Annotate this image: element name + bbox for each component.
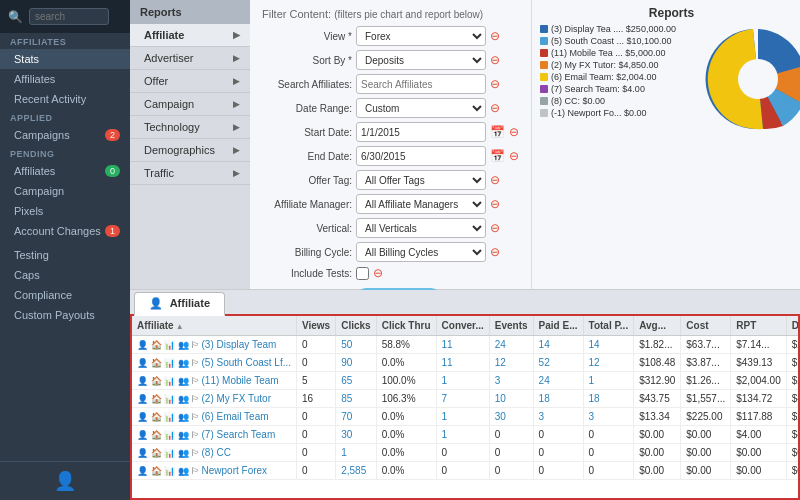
sidebar-item-affiliates[interactable]: Affiliates [0, 69, 130, 89]
reports-nav-item-advertiser[interactable]: Advertiser▶ [130, 47, 250, 70]
cell-clicks: 70 [336, 408, 376, 426]
total_p-link[interactable]: 1 [589, 375, 595, 386]
conversions-link[interactable]: 11 [442, 339, 453, 350]
paid_events-link[interactable]: 3 [539, 411, 545, 422]
search-input[interactable] [29, 8, 109, 25]
clicks-link[interactable]: 70 [341, 411, 352, 422]
clear-vertical-icon[interactable]: ⊖ [490, 221, 500, 235]
col-header-avg[interactable]: Avg... [634, 316, 681, 336]
sidebar-item-caps[interactable]: Caps [0, 265, 130, 285]
total_p-link[interactable]: 3 [589, 411, 595, 422]
tab-affiliate[interactable]: 👤 Affiliate [134, 292, 225, 316]
clicks-link[interactable]: 1 [341, 447, 347, 458]
clicks-link[interactable]: 90 [341, 357, 352, 368]
clicks-link[interactable]: 65 [341, 375, 352, 386]
col-header-click-thru[interactable]: Click Thru [376, 316, 436, 336]
include-tests-checkbox[interactable] [356, 267, 369, 280]
calendar-start-icon[interactable]: 📅 [490, 125, 505, 139]
events-link[interactable]: 3 [495, 375, 501, 386]
clicks-link[interactable]: 85 [341, 393, 352, 404]
view-select[interactable]: Forex [356, 26, 486, 46]
clear-start-date-icon[interactable]: ⊖ [509, 125, 519, 139]
vertical-select[interactable]: All Verticals [356, 218, 486, 238]
reports-nav-item-affiliate[interactable]: Affiliate▶ [130, 24, 250, 47]
col-header-conversions[interactable]: Conver... [436, 316, 489, 336]
col-header-rpt[interactable]: RPT [731, 316, 787, 336]
paid_events-link[interactable]: 52 [539, 357, 550, 368]
events-link[interactable]: 24 [495, 339, 506, 350]
sidebar-item-campaigns[interactable]: Campaigns 2 [0, 125, 130, 145]
sidebar-item-pending-affiliates[interactable]: Affiliates 0 [0, 161, 130, 181]
col-header-de[interactable]: De... [786, 316, 800, 336]
total_p-link[interactable]: 12 [589, 357, 600, 368]
sidebar-item-stats[interactable]: Stats [0, 49, 130, 69]
main-content: Reports Affiliate▶ Advertiser▶ Offer▶ Ca… [130, 0, 800, 500]
col-header-events[interactable]: Events [489, 316, 533, 336]
sidebar-item-pixels[interactable]: Pixels [0, 201, 130, 221]
search-affiliates-input[interactable] [356, 74, 486, 94]
cell-avg: $0.00 [634, 444, 681, 462]
reports-nav-item-campaign[interactable]: Campaign▶ [130, 93, 250, 116]
affiliate-name-link[interactable]: (2) My FX Tutor [202, 393, 271, 404]
col-header-paid-events[interactable]: Paid E... [533, 316, 583, 336]
reports-nav-item-demographics[interactable]: Demographics▶ [130, 139, 250, 162]
conversions-link[interactable]: 1 [442, 429, 448, 440]
start-date-input[interactable] [356, 122, 486, 142]
offer-tag-select[interactable]: All Offer Tags [356, 170, 486, 190]
clicks-link[interactable]: 2,585 [341, 465, 366, 476]
affiliate-name-link[interactable]: (5) South Coast Lf... [202, 357, 292, 368]
reports-nav-item-technology[interactable]: Technology▶ [130, 116, 250, 139]
affiliate-manager-select[interactable]: All Affiliate Managers [356, 194, 486, 214]
clear-billing-cycle-icon[interactable]: ⊖ [490, 245, 500, 259]
clear-view-icon[interactable]: ⊖ [490, 29, 500, 43]
affiliate-name-link[interactable]: (6) Email Team [202, 411, 269, 422]
clicks-link[interactable]: 30 [341, 429, 352, 440]
sidebar-item-recent-activity[interactable]: Recent Activity [0, 89, 130, 109]
legend-item-0: (3) Display Tea .... $250,000.00 [540, 24, 697, 34]
sidebar-item-compliance[interactable]: Compliance [0, 285, 130, 305]
reports-nav-item-offer[interactable]: Offer▶ [130, 70, 250, 93]
conversions-link[interactable]: 7 [442, 393, 448, 404]
events-link[interactable]: 30 [495, 411, 506, 422]
clear-sortby-icon[interactable]: ⊖ [490, 53, 500, 67]
clear-affiliate-manager-icon[interactable]: ⊖ [490, 197, 500, 211]
sidebar-item-account-changes[interactable]: Account Changes 1 [0, 221, 130, 241]
conversions-link[interactable]: 1 [442, 375, 448, 386]
conversions-link[interactable]: 1 [442, 411, 448, 422]
sortby-select[interactable]: Deposits [356, 50, 486, 70]
end-date-input[interactable] [356, 146, 486, 166]
total_p-link[interactable]: 14 [589, 339, 600, 350]
conversions-link[interactable]: 11 [442, 357, 453, 368]
clear-include-tests-icon[interactable]: ⊖ [373, 266, 383, 280]
events-link[interactable]: 10 [495, 393, 506, 404]
col-header-total-p[interactable]: Total P... [583, 316, 634, 336]
col-header-clicks[interactable]: Clicks [336, 316, 376, 336]
affiliate-name-link[interactable]: (8) CC [202, 447, 231, 458]
paid_events-link[interactable]: 18 [539, 393, 550, 404]
date-range-select[interactable]: Custom [356, 98, 486, 118]
paid_events-link[interactable]: 14 [539, 339, 550, 350]
cell-avg: $1.82... [634, 336, 681, 354]
affiliate-name-link[interactable]: (3) Display Team [202, 339, 277, 350]
col-header-views[interactable]: Views [297, 316, 336, 336]
affiliate-name-link[interactable]: (11) Mobile Team [202, 375, 279, 386]
affiliate-name-link[interactable]: Newport Forex [202, 465, 268, 476]
paid_events-link[interactable]: 24 [539, 375, 550, 386]
col-header-cost[interactable]: Cost [681, 316, 731, 336]
clicks-link[interactable]: 50 [341, 339, 352, 350]
sidebar-item-testing[interactable]: Testing [0, 245, 130, 265]
sidebar-item-custom-payouts[interactable]: Custom Payouts [0, 305, 130, 325]
cell-avg: $13.34 [634, 408, 681, 426]
affiliate-name-link[interactable]: (7) Search Team [202, 429, 276, 440]
col-header-affiliate[interactable]: Affiliate▲ [132, 316, 297, 336]
clear-end-date-icon[interactable]: ⊖ [509, 149, 519, 163]
events-link[interactable]: 12 [495, 357, 506, 368]
total_p-link[interactable]: 18 [589, 393, 600, 404]
clear-search-affiliates-icon[interactable]: ⊖ [490, 77, 500, 91]
calendar-end-icon[interactable]: 📅 [490, 149, 505, 163]
sidebar-item-campaign[interactable]: Campaign [0, 181, 130, 201]
reports-nav-item-traffic[interactable]: Traffic▶ [130, 162, 250, 185]
billing-cycle-select[interactable]: All Billing Cycles [356, 242, 486, 262]
clear-offer-tag-icon[interactable]: ⊖ [490, 173, 500, 187]
clear-date-range-icon[interactable]: ⊖ [490, 101, 500, 115]
